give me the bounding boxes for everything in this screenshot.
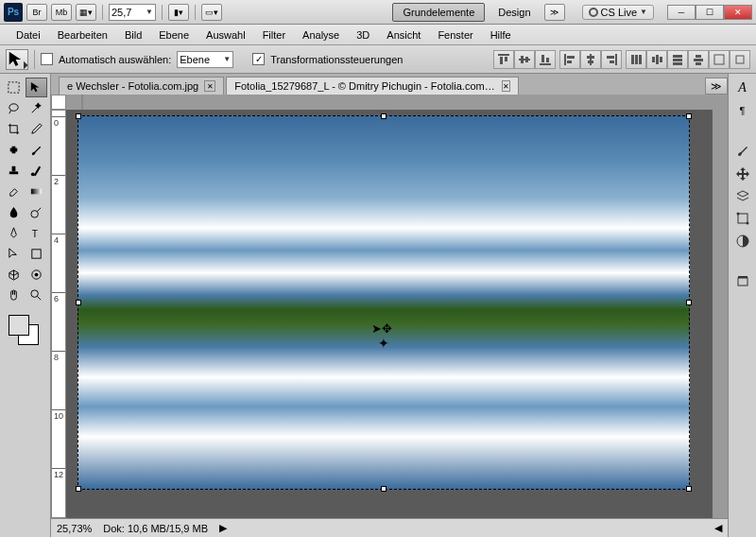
- ruler-origin[interactable]: [51, 95, 66, 110]
- status-arrow-icon[interactable]: ▶: [219, 522, 227, 534]
- tab-overflow-button[interactable]: ≫: [705, 78, 728, 95]
- svg-rect-32: [9, 82, 19, 93]
- menu-analyse[interactable]: Analyse: [294, 26, 348, 43]
- transform-handle[interactable]: [381, 486, 387, 492]
- options-bar: Automatisch auswählen: Ebene▼ ✓ Transfor…: [0, 45, 756, 74]
- 3d-tool[interactable]: [3, 265, 25, 285]
- align-left-button[interactable]: [559, 50, 580, 69]
- distribute-hcenter-button[interactable]: [709, 50, 730, 69]
- distribute-right-button[interactable]: [730, 50, 750, 69]
- brush-tool[interactable]: [26, 140, 47, 160]
- auto-select-dropdown[interactable]: Ebene▼: [177, 51, 233, 68]
- layers-panel-icon[interactable]: [731, 185, 754, 206]
- gradient-tool[interactable]: [26, 182, 47, 201]
- history-brush-tool[interactable]: [26, 161, 47, 181]
- menu-fenster[interactable]: Fenster: [429, 26, 481, 43]
- maximize-button[interactable]: ☐: [696, 5, 724, 20]
- transform-handle[interactable]: [381, 113, 387, 119]
- document-tab[interactable]: Fotolia_15279687_L - © Dmitry Pichugin -…: [226, 77, 519, 95]
- scroll-left-icon[interactable]: ◀: [714, 522, 722, 534]
- bridge-button[interactable]: Br: [26, 4, 47, 21]
- 3d-camera-tool[interactable]: [26, 265, 47, 285]
- menu-auswahl[interactable]: Auswahl: [198, 26, 254, 43]
- align-right-button[interactable]: [601, 50, 622, 69]
- menu-datei[interactable]: Datei: [8, 26, 49, 43]
- workspace-grundelemente[interactable]: Grundelemente: [392, 3, 485, 22]
- transform-center-icon[interactable]: ✦: [378, 336, 389, 351]
- menu-bild[interactable]: Bild: [116, 26, 150, 43]
- type-tool[interactable]: T: [26, 223, 47, 243]
- status-zoom[interactable]: 25,73%: [57, 523, 92, 534]
- lasso-tool[interactable]: [3, 98, 25, 118]
- menu-ansicht[interactable]: Ansicht: [378, 26, 429, 43]
- healing-tool[interactable]: [3, 140, 25, 160]
- wand-tool[interactable]: [26, 98, 47, 118]
- workspace-more-button[interactable]: ≫: [544, 4, 565, 21]
- menu-hilfe[interactable]: Hilfe: [482, 26, 520, 43]
- image-content[interactable]: ✦ ➤✥: [77, 115, 690, 490]
- auto-select-checkbox[interactable]: [41, 53, 53, 65]
- document-tab[interactable]: e Wechsler - Fotolia.com.jpg✕: [59, 77, 224, 95]
- path-select-tool[interactable]: [3, 244, 25, 264]
- canvas[interactable]: ✦ ➤✥: [66, 110, 713, 518]
- viewmode-button[interactable]: ▦▾: [76, 4, 96, 21]
- transform-handle[interactable]: [76, 113, 81, 119]
- distribute-vcenter-button[interactable]: [646, 50, 667, 69]
- pen-tool[interactable]: [3, 223, 25, 243]
- transform-handle[interactable]: [686, 113, 692, 119]
- distribute-top-button[interactable]: [626, 50, 646, 69]
- adjustments-panel-icon[interactable]: [731, 231, 754, 251]
- close-button[interactable]: ✕: [724, 5, 752, 20]
- tab-close-icon[interactable]: ✕: [502, 80, 510, 92]
- clone-source-panel-icon[interactable]: [731, 163, 754, 183]
- menu-filter[interactable]: Filter: [254, 26, 294, 43]
- transform-handle[interactable]: [76, 486, 81, 492]
- stamp-tool[interactable]: [3, 161, 25, 181]
- status-doc-size[interactable]: Dok: 10,6 MB/15,9 MB: [103, 523, 208, 534]
- menu-3d[interactable]: 3D: [348, 26, 378, 43]
- paragraph-panel-icon[interactable]: ¶: [731, 100, 754, 121]
- hand-tool[interactable]: [3, 286, 25, 305]
- crop-tool[interactable]: [3, 119, 25, 139]
- current-tool-indicator[interactable]: [6, 49, 28, 70]
- shape-tool[interactable]: [26, 244, 47, 264]
- cslive-button[interactable]: CS Live▼: [582, 5, 654, 20]
- zoom-select[interactable]: 25,7▼: [109, 4, 156, 21]
- workspace-design[interactable]: Design: [489, 4, 540, 21]
- distribute-bottom-button[interactable]: [667, 50, 688, 69]
- distribute-left-button[interactable]: [688, 50, 709, 69]
- svg-point-40: [31, 211, 39, 218]
- menu-bar: Datei Bearbeiten Bild Ebene Auswahl Filt…: [0, 25, 756, 45]
- align-hcenter-button[interactable]: [580, 50, 601, 69]
- actions-panel-icon[interactable]: [731, 270, 754, 291]
- horizontal-ruler[interactable]: 02468101214161820: [81, 95, 83, 110]
- minibridge-button[interactable]: Mb: [51, 4, 72, 21]
- eraser-tool[interactable]: [3, 182, 25, 201]
- transform-checkbox[interactable]: ✓: [252, 53, 265, 65]
- transform-handle[interactable]: [686, 486, 692, 492]
- blur-tool[interactable]: [3, 202, 25, 222]
- transform-handle[interactable]: [686, 300, 692, 305]
- paths-panel-icon[interactable]: [731, 208, 754, 229]
- character-panel-icon[interactable]: A: [731, 78, 754, 98]
- align-vcenter-button[interactable]: [514, 50, 535, 69]
- align-top-button[interactable]: [493, 50, 514, 69]
- menu-ebene[interactable]: Ebene: [150, 26, 198, 43]
- eyedropper-tool[interactable]: [26, 119, 47, 139]
- transform-handle[interactable]: [76, 300, 81, 305]
- zoom-tool[interactable]: [26, 286, 47, 305]
- brush-panel-icon[interactable]: [731, 140, 754, 161]
- vertical-ruler[interactable]: 024681012: [51, 110, 66, 518]
- marquee-tool[interactable]: [3, 78, 25, 97]
- dodge-tool[interactable]: [26, 202, 47, 222]
- svg-rect-4: [521, 56, 524, 63]
- foreground-color[interactable]: [9, 315, 29, 336]
- menu-bearbeiten[interactable]: Bearbeiten: [49, 26, 116, 43]
- screenmode-button[interactable]: ▭▾: [201, 4, 222, 21]
- status-bar: 25,73% Dok: 10,6 MB/15,9 MB ▶ ◀: [51, 518, 728, 537]
- align-bottom-button[interactable]: [535, 50, 556, 69]
- minimize-button[interactable]: ─: [667, 5, 696, 20]
- arrange-button[interactable]: ▮▾: [168, 4, 189, 21]
- tab-close-icon[interactable]: ✕: [204, 80, 215, 92]
- move-tool[interactable]: [26, 78, 47, 97]
